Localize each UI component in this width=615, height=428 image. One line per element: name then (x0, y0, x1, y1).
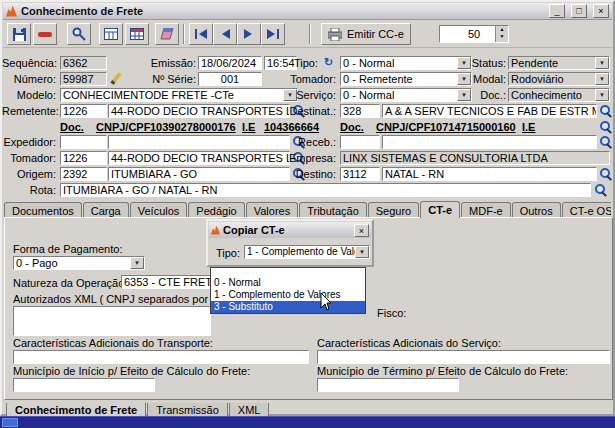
field-destinatario-nome[interactable]: A & A SERV TECNICOS E FAB DE ESTR MET LT (382, 104, 597, 118)
minimize-button[interactable]: _ (549, 4, 565, 18)
delete-button[interactable] (33, 23, 57, 45)
field-tomador-codigo[interactable]: 1226 (60, 151, 107, 165)
chevron-down-icon[interactable]: ▼ (355, 246, 369, 258)
app-window: Conhecimento de Frete _ □ × (0, 0, 615, 416)
close-button[interactable]: × (593, 4, 609, 18)
label-tipo: Tipo: (274, 57, 318, 70)
combo-status[interactable]: Pendente ▼ (508, 56, 610, 70)
calendar-button[interactable] (125, 23, 149, 45)
lookup-destinatario-icon[interactable] (599, 104, 612, 118)
field-tomador-nome[interactable]: 44-RODO DECIO TRANSPORTES LTDA ME (108, 151, 290, 165)
chevron-down-icon[interactable]: ▼ (595, 57, 609, 69)
field-numero: 59987 (60, 72, 107, 86)
field-recebedor-nome[interactable] (382, 135, 597, 149)
field-origem-codigo[interactable]: 2392 (60, 167, 107, 181)
field-autorizados-xml[interactable] (13, 306, 211, 336)
cnpj-label-left[interactable]: CNPJ/CPF (96, 121, 150, 133)
ie-label-left[interactable]: I.E (242, 121, 255, 133)
field-sequencia: 6362 (60, 56, 107, 70)
field-municipio-termino[interactable] (317, 378, 459, 392)
field-destino-nome[interactable]: NATAL - RN (382, 167, 597, 181)
field-destinatario-codigo[interactable]: 328 (340, 104, 380, 118)
combo-tipo[interactable]: 0 - Normal ▼ (340, 56, 472, 70)
nav-prev-button[interactable] (213, 23, 237, 45)
spinner-buttons[interactable]: ▲ ▼ (495, 26, 508, 42)
field-remetente-codigo[interactable]: 1226 (60, 104, 107, 118)
field-serie[interactable]: 001 (198, 72, 262, 86)
nav-next-button[interactable] (237, 23, 261, 45)
lookup-rota-icon[interactable] (594, 183, 607, 197)
tab-cte-os[interactable]: CT-e OS (562, 202, 611, 218)
combo-tomador[interactable]: 0 - Remetente ▼ (340, 72, 472, 86)
field-recebedor-codigo[interactable] (340, 135, 380, 149)
lookup-doc-icon[interactable] (599, 120, 612, 134)
dialog-close-button[interactable]: × (354, 224, 369, 237)
pencil-icon[interactable] (110, 72, 121, 84)
doc-link-left[interactable]: Doc. (60, 121, 84, 133)
dropdown-option-normal[interactable]: 0 - Normal (211, 277, 365, 289)
label-servico: Serviço: (274, 89, 336, 102)
dropdown-option-complemento[interactable]: 1 - Complemento de Valores (211, 289, 365, 301)
save-button[interactable] (7, 23, 31, 45)
combo-forma-pagamento-value: 0 - Pago (16, 257, 58, 269)
combo-status-value: Pendente (511, 57, 558, 69)
grid-button[interactable] (99, 23, 123, 45)
nav-first-button[interactable] (189, 23, 213, 45)
dialog-combo-tipo[interactable]: 1 - Complemento de Valores ▼ (244, 245, 370, 259)
tab-documentos[interactable]: Documentos (4, 202, 82, 218)
nav-last-button[interactable] (261, 23, 285, 45)
taskbar-button[interactable] (2, 418, 18, 427)
combo-doc[interactable]: Conhecimento ▼ (508, 88, 610, 102)
emit-cce-button[interactable]: Emitir CC-e (321, 23, 411, 45)
doc-link-right[interactable]: Doc. (340, 121, 364, 133)
ie-value-left[interactable]: 104366664 (264, 121, 319, 133)
label-doc-combo: Doc.: (454, 89, 506, 102)
cnpj-value-left[interactable]: 10390278000176 (150, 121, 236, 133)
tab-mdfe[interactable]: MDF-e (461, 202, 511, 218)
combo-servico[interactable]: 0 - Normal ▼ (340, 88, 472, 102)
cnpj-label-right[interactable]: CNPJ/CPF (376, 121, 430, 133)
record-number-spinner[interactable]: 50 ▲ ▼ (439, 25, 509, 43)
chevron-down-icon[interactable]: ▼ (595, 73, 609, 85)
field-rota[interactable]: ITUMBIARA - GO / NATAL - RN (60, 183, 591, 197)
field-expedidor-codigo[interactable] (60, 135, 107, 149)
record-number-value: 50 (468, 28, 480, 40)
search-button[interactable] (67, 23, 91, 45)
tab-seguro[interactable]: Seguro (368, 202, 419, 218)
tab-tributacao[interactable]: Tributação (299, 202, 367, 218)
calendar-icon (130, 28, 144, 40)
field-carac-servico[interactable] (317, 350, 610, 364)
tab-cte[interactable]: CT-e (420, 201, 460, 218)
ie-label-right[interactable]: I.E (522, 121, 535, 133)
field-expedidor-nome[interactable] (108, 135, 290, 149)
maximize-button[interactable]: □ (571, 4, 587, 18)
nav-first-icon (195, 29, 207, 39)
lookup-destino-icon[interactable] (599, 167, 612, 181)
tab-carga[interactable]: Carga (83, 202, 129, 218)
combo-forma-pagamento[interactable]: 0 - Pago ▼ (13, 256, 145, 270)
tab-valores[interactable]: Valores (246, 202, 298, 218)
combo-modelo[interactable]: CONHECIMENTODE FRETE -CTe ▼ (60, 88, 298, 102)
refresh-icon[interactable]: ↻ (324, 56, 333, 69)
chevron-down-icon[interactable]: ▼ (595, 89, 609, 101)
chevron-down-icon[interactable]: ▼ (130, 257, 144, 269)
tab-veiculos[interactable]: Veículos (130, 202, 188, 218)
cnpj-value-right[interactable]: 10714715000160 (430, 121, 516, 133)
dropdown-option-substituto[interactable]: 3 - Substituto (211, 301, 365, 313)
eraser-icon (160, 28, 174, 40)
spin-up-icon[interactable]: ▲ (500, 26, 505, 32)
lookup-recebedor-icon[interactable] (599, 135, 612, 149)
field-emissao-data[interactable]: 18/06/2024 (198, 56, 262, 70)
spin-down-icon[interactable]: ▼ (500, 33, 505, 39)
field-origem-nome[interactable]: ITUMBIARA - GO (108, 167, 290, 181)
label-modelo: Modelo: (2, 89, 56, 102)
tab-pedagio[interactable]: Pedágio (188, 202, 244, 218)
field-municipio-inicio[interactable] (13, 378, 155, 392)
field-remetente-nome[interactable]: 44-RODO DECIO TRANSPORTES LTDA ME (108, 104, 290, 118)
combo-modal[interactable]: Rodoviário ▼ (508, 72, 610, 86)
eraser-button[interactable] (155, 23, 179, 45)
dialog-icon (211, 226, 220, 235)
field-carac-transporte[interactable] (13, 350, 309, 364)
field-destino-codigo[interactable]: 3112 (340, 167, 380, 181)
tab-outros[interactable]: Outros (512, 202, 561, 218)
